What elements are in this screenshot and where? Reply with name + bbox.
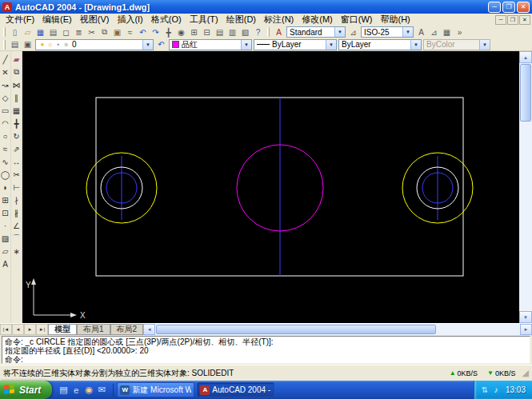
tab-last-icon[interactable]: ►|	[36, 324, 48, 335]
layer-properties-icon[interactable]: ▤	[9, 39, 21, 50]
copy-clip-icon[interactable]: ⧉	[98, 26, 110, 38]
ellipse-arc-icon[interactable]: ◗	[0, 181, 10, 194]
qnew-icon[interactable]: ▯	[9, 26, 21, 38]
menu-item-10[interactable]: 帮助(H)	[377, 14, 414, 26]
stretch-icon[interactable]: ↔	[11, 155, 22, 168]
dim-style-dropdown[interactable]: ISO-25 ▼	[361, 26, 414, 38]
mdi-close-button[interactable]: ✕	[519, 15, 530, 25]
insert-block-icon[interactable]: ⊞	[0, 194, 10, 206]
rectangle-icon[interactable]: ▭	[0, 104, 10, 117]
rotate-icon[interactable]: ↻	[11, 130, 22, 142]
tab-prev-icon[interactable]: ◄	[12, 324, 24, 335]
explode-icon[interactable]: ∗	[11, 245, 22, 257]
tool-palettes-icon[interactable]: ▧	[239, 26, 251, 38]
ellipse-icon[interactable]: ◯	[0, 168, 10, 181]
array-icon[interactable]: ▦	[11, 104, 22, 117]
ucs-y-arrow-icon[interactable]	[31, 278, 36, 285]
lineweight-dropdown[interactable]: ByLayer ▼	[338, 39, 422, 50]
close-button[interactable]: ✕	[517, 2, 530, 13]
open-icon[interactable]: ▱	[22, 26, 34, 38]
redo-icon[interactable]: ↷	[150, 26, 162, 38]
command-history[interactable]: 命令: _c CIRCLE 指定圆的圆心或 [三点(3P)/两点(2P)/相切、…	[2, 336, 530, 364]
menu-item-7[interactable]: 标注(N)	[260, 14, 298, 26]
menu-item-1[interactable]: 编辑(E)	[38, 14, 76, 26]
save-icon[interactable]: ▦	[34, 26, 46, 38]
mirror-icon[interactable]: ⋈	[11, 78, 22, 91]
vertical-scrollbar-thumb[interactable]	[520, 64, 531, 122]
fillet-icon[interactable]: ⌒	[11, 232, 22, 245]
undo-icon[interactable]: ↶	[137, 26, 149, 38]
layers-icon[interactable]: ▣	[22, 39, 34, 50]
scale-icon[interactable]: ⇗	[11, 142, 22, 155]
menu-item-2[interactable]: 视图(V)	[76, 14, 114, 26]
scroll-left-icon[interactable]: ◄	[143, 324, 155, 335]
horizontal-scrollbar[interactable]: ◄ ►	[143, 324, 532, 335]
text-style-icon[interactable]: A	[273, 26, 285, 38]
tab-next-icon[interactable]: ►	[24, 324, 36, 335]
trim-icon[interactable]: ✂	[11, 168, 22, 181]
mtext-tool-icon[interactable]: A	[415, 26, 427, 38]
volume-icon[interactable]: ♪	[490, 385, 502, 396]
plot-preview-icon[interactable]: ◻	[60, 26, 72, 38]
menu-item-6[interactable]: 绘图(D)	[222, 14, 260, 26]
menu-item-9[interactable]: 窗口(W)	[337, 14, 377, 26]
mtext-icon[interactable]: A	[0, 257, 10, 270]
network-icon[interactable]: ⇅	[479, 385, 490, 396]
task-word[interactable]: W新建 Microsoft Word ...	[117, 382, 194, 397]
spline-icon[interactable]: ∿	[0, 155, 10, 168]
menu-item-5[interactable]: 工具(T)	[186, 14, 222, 26]
mdi-minimize-button[interactable]: ─	[495, 15, 506, 25]
mdi-restore-button[interactable]: ❐	[507, 15, 518, 25]
offset-icon[interactable]: ∥	[11, 91, 22, 104]
horizontal-scrollbar-thumb[interactable]	[156, 325, 436, 334]
minimize-button[interactable]: ─	[488, 2, 501, 13]
layer-previous-icon[interactable]: ↶	[155, 39, 167, 50]
break-at-point-icon[interactable]: ∤	[11, 194, 22, 206]
toolbar-grip[interactable]	[3, 27, 6, 37]
menu-item-0[interactable]: 文件(F)	[2, 14, 38, 26]
outlook-icon[interactable]: ✉	[95, 384, 108, 397]
polygon-icon[interactable]: ◇	[0, 91, 10, 104]
lock-icon[interactable]: ▪	[54, 40, 62, 50]
ucs-x-label[interactable]: X	[80, 311, 86, 320]
scroll-up-icon[interactable]: ▲	[519, 51, 532, 63]
toolbar-grip[interactable]	[3, 40, 6, 50]
break-icon[interactable]: ∦	[11, 206, 22, 219]
tab-模型[interactable]: 模型	[48, 324, 77, 335]
media-player-icon[interactable]: ◉	[82, 384, 95, 397]
resize-grip-icon[interactable]: ◢	[522, 368, 529, 378]
polyline-icon[interactable]: ↝	[0, 78, 10, 91]
dim-edit-icon[interactable]: ⊿	[428, 26, 440, 38]
zoom-realtime-icon[interactable]: ◉	[175, 26, 187, 38]
scroll-right-icon[interactable]: ►	[520, 324, 532, 335]
extend-icon[interactable]: ⊢	[11, 181, 22, 194]
maximize-button[interactable]: ❐	[502, 2, 515, 13]
make-block-icon[interactable]: ⊡	[0, 206, 10, 219]
layer-color-swatch-icon[interactable]: ■	[62, 40, 70, 50]
table-style-icon[interactable]: ▦	[441, 26, 453, 38]
text-style-dropdown[interactable]: Standard ▼	[286, 26, 346, 38]
construction-line-icon[interactable]: ✕	[0, 66, 10, 78]
properties-icon[interactable]: ▤	[214, 26, 226, 38]
start-button[interactable]: Start	[0, 381, 52, 399]
plot-icon[interactable]: ▤	[47, 26, 59, 38]
toolbar-grip[interactable]	[267, 27, 270, 37]
designcenter-icon[interactable]: ▥	[226, 26, 238, 38]
scroll-down-icon[interactable]: ▼	[519, 311, 532, 323]
publish-icon[interactable]: ≣	[73, 26, 85, 38]
menu-item-8[interactable]: 修改(M)	[298, 14, 337, 26]
linetype-dropdown[interactable]: ByLayer ▼	[254, 39, 337, 50]
tab-first-icon[interactable]: |◄	[0, 324, 12, 335]
menu-item-3[interactable]: 插入(I)	[113, 14, 146, 26]
zoom-window-icon[interactable]: ⊞	[188, 26, 200, 38]
ucs-x-arrow-icon[interactable]	[70, 313, 77, 317]
paste-icon[interactable]: ▣	[111, 26, 123, 38]
color-dropdown[interactable]: 品红 ▼	[169, 39, 252, 50]
line-icon[interactable]: ╱	[0, 53, 10, 66]
match-properties-icon[interactable]: ≈	[124, 26, 136, 38]
move-icon[interactable]: ╋	[11, 117, 22, 130]
point-icon[interactable]: ·	[0, 219, 10, 232]
task-autocad[interactable]: AAutoCAD 2004 - [Dra...	[197, 382, 274, 397]
chamfer-icon[interactable]: ∠	[11, 219, 22, 232]
region-icon[interactable]: ▱	[0, 245, 10, 257]
